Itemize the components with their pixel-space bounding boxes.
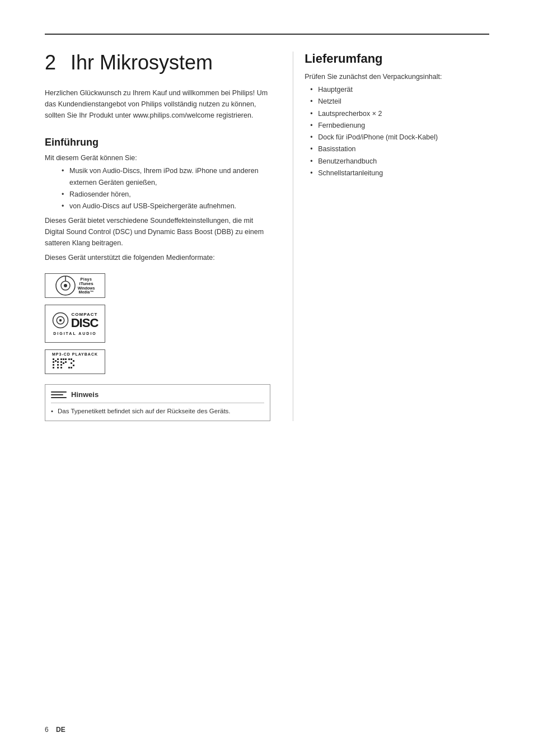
itunes-brand: iTunes (79, 281, 93, 286)
svg-point-6 (59, 319, 62, 322)
einfuhrung-list: Musik von Audio-Discs, Ihrem iPod bzw. i… (45, 165, 270, 213)
list-item: von Audio-Discs auf USB-Speichergeräte a… (62, 200, 270, 212)
lieferumfang-heading: Lieferumfang (305, 52, 489, 66)
hinweis-icon (51, 389, 67, 400)
list-item: Radiosender hören, (62, 189, 270, 200)
body-text-1: Dieses Gerät bietet verschiedene Soundef… (45, 215, 270, 249)
main-content: 2 Ihr Mikrosystem Herzlichen Glückwunsch… (45, 52, 489, 421)
hinweis-header: Hinweis (51, 389, 264, 403)
svg-point-2 (64, 284, 67, 287)
svg-rect-17 (60, 361, 62, 363)
list-item: Fernbedienung (310, 120, 489, 132)
svg-rect-21 (65, 358, 67, 360)
list-item: Basisstation (310, 143, 489, 155)
mp3-dot-matrix (52, 357, 97, 371)
list-item: Schnellstartanleitung (310, 167, 489, 179)
svg-rect-10 (53, 367, 54, 368)
einfuhrung-intro: Mit diesem Gerät können Sie: (45, 154, 270, 162)
svg-rect-18 (60, 364, 62, 366)
svg-rect-12 (57, 358, 59, 360)
svg-rect-14 (57, 364, 59, 366)
svg-rect-30 (71, 367, 72, 368)
chapter-number: 2 (45, 51, 56, 74)
hinweis-item: Das Typenetikett befindet sich auf der R… (51, 407, 264, 416)
svg-rect-16 (60, 358, 62, 360)
list-item: Musik von Audio-Discs, Ihrem iPod bzw. i… (62, 165, 270, 189)
svg-rect-26 (73, 360, 74, 362)
itunes-text: Plays iTunes Windows Media™ (78, 277, 95, 294)
svg-rect-15 (57, 367, 59, 368)
chapter-title: Ihr Mikrosystem (71, 51, 213, 74)
mp3-inner: MP3-CD PLAYBACK (52, 352, 98, 371)
svg-rect-29 (68, 367, 70, 368)
page-footer: 6 DE (45, 726, 65, 734)
svg-rect-25 (71, 358, 72, 360)
list-item: Dock für iPod/iPhone (mit Dock-Kabel) (310, 132, 489, 143)
footer-page-number: 6 (45, 726, 49, 734)
lieferumfang-list: Hauptgerät Netzteil Lautsprecherbox × 2 … (305, 84, 489, 179)
body-text-2: Dieses Gerät unterstützt die folgenden M… (45, 252, 270, 263)
windows-media-tm: Media™ (79, 290, 94, 294)
svg-rect-7 (53, 358, 54, 360)
einfuhrung-heading: Einführung (45, 137, 270, 148)
lieferumfang-intro: Prüfen Sie zunächst den Verpackungsinhal… (305, 73, 489, 81)
plays-text: Plays (81, 277, 92, 281)
footer-language: DE (56, 726, 65, 734)
itunes-logo: Plays iTunes Windows Media™ (45, 273, 105, 298)
mp3-dots-row (52, 357, 97, 371)
svg-rect-23 (63, 362, 64, 364)
svg-rect-24 (68, 358, 70, 360)
right-column: Lieferumfang Prüfen Sie zunächst den Ver… (293, 52, 489, 421)
cd-top-row: COMPACT DISC (52, 312, 99, 329)
list-item: Lautsprecherbox × 2 (310, 108, 489, 120)
hinweis-label: Hinweis (71, 390, 99, 399)
chapter-heading: 2 Ihr Mikrosystem (45, 52, 270, 74)
compact-disc-logo: COMPACT DISC DIGITAL AUDIO (45, 305, 105, 343)
media-logos: Plays iTunes Windows Media™ (45, 273, 270, 374)
itunes-music-icon (55, 276, 76, 296)
svg-rect-22 (65, 361, 67, 363)
disc-label: DISC (71, 317, 99, 329)
cd-disc-icon (52, 312, 69, 329)
svg-rect-9 (53, 364, 54, 366)
hinweis-line-2 (51, 394, 63, 395)
svg-rect-20 (63, 358, 64, 360)
svg-rect-28 (73, 365, 74, 366)
svg-rect-13 (57, 361, 59, 363)
svg-rect-8 (53, 361, 54, 363)
hinweis-box: Hinweis Das Typenetikett befindet sich a… (45, 384, 270, 421)
list-item: Netzteil (310, 96, 489, 108)
svg-rect-11 (55, 360, 57, 362)
svg-rect-19 (60, 367, 62, 368)
compact-text-group: COMPACT DISC (71, 312, 99, 329)
windows-media-text: Windows (78, 286, 95, 290)
svg-rect-27 (71, 362, 72, 364)
list-item: Hauptgerät (310, 84, 489, 96)
intro-paragraph: Herzlichen Glückwunsch zu Ihrem Kauf und… (45, 87, 270, 121)
top-rule (45, 34, 489, 35)
mp3-logo: MP3-CD PLAYBACK (45, 349, 105, 374)
hinweis-line-3 (51, 397, 67, 398)
digital-audio-label: DIGITAL AUDIO (53, 332, 97, 335)
hinweis-content: Das Typenetikett befindet sich auf der R… (51, 407, 264, 416)
left-column: 2 Ihr Mikrosystem Herzlichen Glückwunsch… (45, 52, 270, 421)
hinweis-line-1 (51, 391, 67, 393)
mp3-playback-label: MP3-CD PLAYBACK (52, 352, 98, 356)
page: 2 Ihr Mikrosystem Herzlichen Glückwunsch… (0, 0, 534, 756)
list-item: Benutzerhandbuch (310, 156, 489, 167)
